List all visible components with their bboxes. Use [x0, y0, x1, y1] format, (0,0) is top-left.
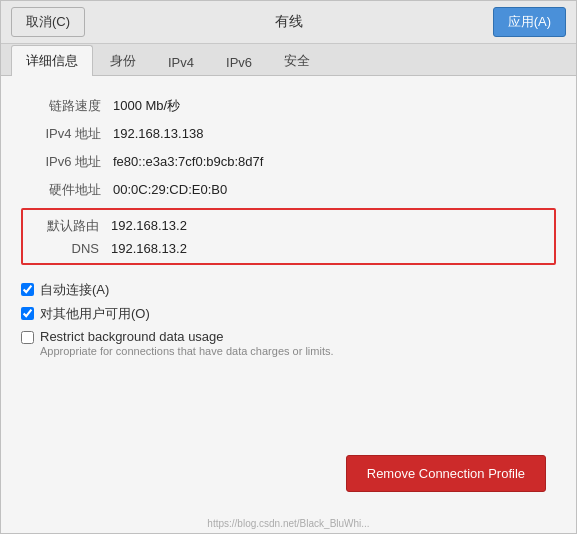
restrict-bg-label[interactable]: Restrict background data usage — [40, 329, 334, 344]
cancel-button[interactable]: 取消(C) — [11, 7, 85, 37]
auto-connect-checkbox[interactable] — [21, 283, 34, 296]
dns-label: DNS — [31, 241, 99, 256]
ipv6-label: IPv6 地址 — [21, 153, 101, 171]
hardware-label: 硬件地址 — [21, 181, 101, 199]
all-users-label[interactable]: 对其他用户可用(O) — [40, 305, 150, 323]
all-users-row: 对其他用户可用(O) — [21, 305, 556, 323]
bottom-section: Remove Connection Profile — [21, 445, 556, 502]
auto-connect-label[interactable]: 自动连接(A) — [40, 281, 109, 299]
link-speed-row: 链路速度 1000 Mb/秒 — [21, 92, 556, 120]
ipv4-row: IPv4 地址 192.168.13.138 — [21, 120, 556, 148]
remove-profile-button[interactable]: Remove Connection Profile — [346, 455, 546, 492]
tab-ipv4[interactable]: IPv4 — [153, 48, 209, 76]
auto-connect-row: 自动连接(A) — [21, 281, 556, 299]
highlighted-network-section: 默认路由 192.168.13.2 DNS 192.168.13.2 — [21, 208, 556, 265]
tab-security[interactable]: 安全 — [269, 45, 325, 76]
window-title: 有线 — [275, 13, 303, 31]
watermark: https://blog.csdn.net/Black_BluWhi... — [1, 518, 576, 533]
tab-ipv6[interactable]: IPv6 — [211, 48, 267, 76]
hardware-value: 00:0C:29:CD:E0:B0 — [113, 182, 227, 197]
link-speed-label: 链路速度 — [21, 97, 101, 115]
restrict-bg-checkbox[interactable] — [21, 331, 34, 344]
ipv6-row: IPv6 地址 fe80::e3a3:7cf0:b9cb:8d7f — [21, 148, 556, 176]
gateway-row: 默认路由 192.168.13.2 — [31, 214, 546, 238]
tab-identity[interactable]: 身份 — [95, 45, 151, 76]
apply-button[interactable]: 应用(A) — [493, 7, 566, 37]
hardware-row: 硬件地址 00:0C:29:CD:E0:B0 — [21, 176, 556, 204]
ipv4-value: 192.168.13.138 — [113, 126, 203, 141]
ipv4-label: IPv4 地址 — [21, 125, 101, 143]
restrict-bg-group: Restrict background data usage Appropria… — [40, 329, 334, 357]
restrict-bg-row: Restrict background data usage Appropria… — [21, 329, 556, 357]
tab-content: 链路速度 1000 Mb/秒 IPv4 地址 192.168.13.138 IP… — [1, 76, 576, 518]
link-speed-value: 1000 Mb/秒 — [113, 97, 180, 115]
gateway-label: 默认路由 — [31, 217, 99, 235]
titlebar: 取消(C) 有线 应用(A) — [1, 1, 576, 44]
dns-value: 192.168.13.2 — [111, 241, 187, 256]
dns-row: DNS 192.168.13.2 — [31, 238, 546, 259]
main-window: 取消(C) 有线 应用(A) 详细信息 身份 IPv4 IPv6 安全 链路速度… — [0, 0, 577, 534]
checkboxes-section: 自动连接(A) 对其他用户可用(O) Restrict background d… — [21, 281, 556, 357]
tab-details[interactable]: 详细信息 — [11, 45, 93, 76]
tab-bar: 详细信息 身份 IPv4 IPv6 安全 — [1, 44, 576, 76]
all-users-checkbox[interactable] — [21, 307, 34, 320]
ipv6-value: fe80::e3a3:7cf0:b9cb:8d7f — [113, 154, 263, 169]
gateway-value: 192.168.13.2 — [111, 218, 187, 233]
restrict-bg-sublabel: Appropriate for connections that have da… — [40, 345, 334, 357]
